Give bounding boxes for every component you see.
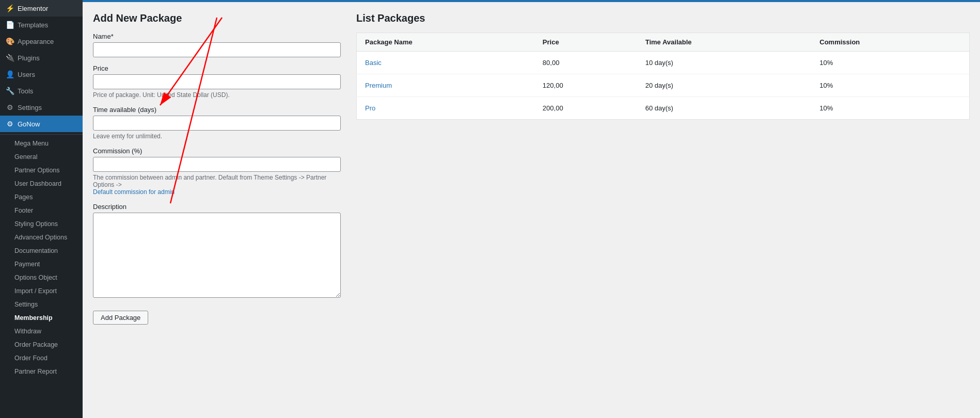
sidebar-sub-pages[interactable]: Pages (0, 190, 83, 204)
sidebar-sub-label: Footer (14, 207, 33, 214)
sidebar-sub-footer[interactable]: Footer (0, 204, 83, 217)
sidebar-item-appearance[interactable]: 🎨 Appearance (0, 33, 83, 50)
sidebar-sub-label: Documentation (14, 247, 58, 254)
sidebar-item-tools[interactable]: 🔧 Tools (0, 83, 83, 99)
sidebar-sub-documentation[interactable]: Documentation (0, 244, 83, 258)
sidebar-sub-label: General (14, 153, 37, 160)
sidebar-sub-mega-menu[interactable]: Mega Menu (0, 137, 83, 150)
commission-cell: 10% (811, 97, 969, 120)
package-name-cell[interactable]: Pro (357, 97, 534, 120)
sidebar-sub-label: Partner Options (14, 167, 60, 174)
sidebar-sub-order-food[interactable]: Order Food (0, 351, 83, 365)
description-textarea[interactable] (93, 213, 341, 298)
settings-icon: ⚙ (5, 103, 14, 111)
name-field-group: Name* (93, 33, 341, 57)
sidebar-sub-settings[interactable]: Settings (0, 298, 83, 311)
time-hint: Leave emty for unlimited. (93, 133, 341, 140)
description-label: Description (93, 203, 341, 211)
sidebar-item-elementor[interactable]: ⚡ Elementor (0, 0, 83, 17)
commission-field-group: Commission (%) The commission between ad… (93, 147, 341, 196)
sidebar-sub-partner-report[interactable]: Partner Report (0, 365, 83, 378)
table-header-row: Package Name Price Time Available Commis… (357, 33, 970, 52)
price-cell: 200,00 (534, 97, 637, 120)
price-label: Price (93, 65, 341, 72)
commission-cell: 10% (811, 74, 969, 97)
price-input[interactable] (93, 74, 341, 89)
time-label: Time available (days) (93, 106, 341, 114)
sidebar-sub-label: Settings (14, 301, 38, 308)
package-name-cell[interactable]: Premium (357, 74, 534, 97)
col-price: Price (534, 33, 637, 52)
sidebar-sub-general[interactable]: General (0, 150, 83, 164)
sidebar-item-label: Templates (18, 21, 48, 29)
sidebar-sub-label: Order Food (14, 355, 48, 362)
time-available-cell: 20 day(s) (637, 74, 812, 97)
name-input[interactable] (93, 42, 341, 57)
commission-cell: 10% (811, 52, 969, 74)
sidebar-sub-label: Advanced Options (14, 234, 67, 241)
sidebar-item-label: Plugins (18, 54, 40, 62)
name-label: Name* (93, 33, 341, 40)
sidebar-sub-styling-options[interactable]: Styling Options (0, 217, 83, 231)
commission-hint: The commission between admin and partner… (93, 174, 341, 196)
list-packages-title: List Packages (356, 12, 970, 24)
sidebar-sub-label: Withdraw (14, 328, 41, 335)
table-row: Premium 120,00 20 day(s) 10% (357, 74, 970, 97)
plugins-icon: 🔌 (5, 54, 14, 62)
sidebar-sub-label: Pages (14, 194, 33, 201)
sidebar-item-label: Users (18, 71, 35, 78)
sidebar-sub-payment[interactable]: Payment (0, 258, 83, 271)
sidebar-item-templates[interactable]: 📄 Templates (0, 17, 83, 33)
sidebar: ⚡ Elementor 📄 Templates 🎨 Appearance 🔌 P… (0, 0, 83, 418)
sidebar-item-gonow[interactable]: ⚙ GoNow (0, 116, 83, 132)
appearance-icon: 🎨 (5, 37, 14, 45)
commission-label: Commission (%) (93, 147, 341, 155)
sidebar-sub-partner-options[interactable]: Partner Options (0, 164, 83, 177)
sidebar-sub-withdraw[interactable]: Withdraw (0, 325, 83, 338)
package-name-cell[interactable]: Basic (357, 52, 534, 74)
add-package-title: Add New Package (93, 12, 341, 24)
table-row: Basic 80,00 10 day(s) 10% (357, 52, 970, 74)
sidebar-divider (0, 134, 83, 135)
time-available-cell: 10 day(s) (637, 52, 812, 74)
sidebar-item-plugins[interactable]: 🔌 Plugins (0, 50, 83, 66)
sidebar-sub-label: Order Package (14, 341, 58, 348)
sidebar-item-label: Tools (18, 87, 33, 95)
sidebar-sub-label: Partner Report (14, 368, 57, 375)
sidebar-sub-membership[interactable]: Membership (0, 311, 83, 325)
sidebar-sub-order-package[interactable]: Order Package (0, 338, 83, 351)
commission-input[interactable] (93, 157, 341, 172)
content-wrapper: Add New Package Name* Price Price of pac… (83, 2, 980, 418)
price-hint: Price of package. Unit: United State Dol… (93, 91, 341, 99)
sidebar-item-users[interactable]: 👤 Users (0, 66, 83, 83)
sidebar-item-label: Appearance (18, 38, 54, 45)
sidebar-sub-options-object[interactable]: Options Object (0, 271, 83, 284)
add-package-button[interactable]: Add Package (93, 311, 148, 325)
sidebar-sub-label: Import / Export (14, 287, 57, 295)
gonow-icon: ⚙ (5, 120, 14, 128)
add-package-section: Add New Package Name* Price Price of pac… (93, 12, 341, 408)
price-cell: 120,00 (534, 74, 637, 97)
sidebar-sub-user-dashboard[interactable]: User Dashboard (0, 177, 83, 190)
elementor-icon: ⚡ (5, 4, 14, 12)
packages-table: Package Name Price Time Available Commis… (356, 33, 970, 120)
sidebar-sub-label: Styling Options (14, 220, 58, 228)
col-package-name: Package Name (357, 33, 534, 52)
table-row: Pro 200,00 60 day(s) 10% (357, 97, 970, 120)
sidebar-sub-advanced-options[interactable]: Advanced Options (0, 231, 83, 244)
time-input[interactable] (93, 116, 341, 131)
sidebar-sub-label: User Dashboard (14, 180, 61, 187)
description-field-group: Description (93, 203, 341, 299)
sidebar-sub-label: Membership (14, 314, 53, 321)
sidebar-item-label: Elementor (18, 5, 48, 12)
sidebar-sub-import-export[interactable]: Import / Export (0, 284, 83, 298)
price-cell: 80,00 (534, 52, 637, 74)
time-field-group: Time available (days) Leave emty for unl… (93, 106, 341, 140)
list-packages-section: List Packages Package Name Price Time Av… (356, 12, 970, 408)
sidebar-item-label: Settings (18, 104, 42, 111)
users-icon: 👤 (5, 70, 14, 78)
templates-icon: 📄 (5, 21, 14, 29)
sidebar-sub-label: Payment (14, 261, 40, 268)
sidebar-item-settings[interactable]: ⚙ Settings (0, 99, 83, 116)
content-area: Add New Package Name* Price Price of pac… (83, 2, 980, 418)
